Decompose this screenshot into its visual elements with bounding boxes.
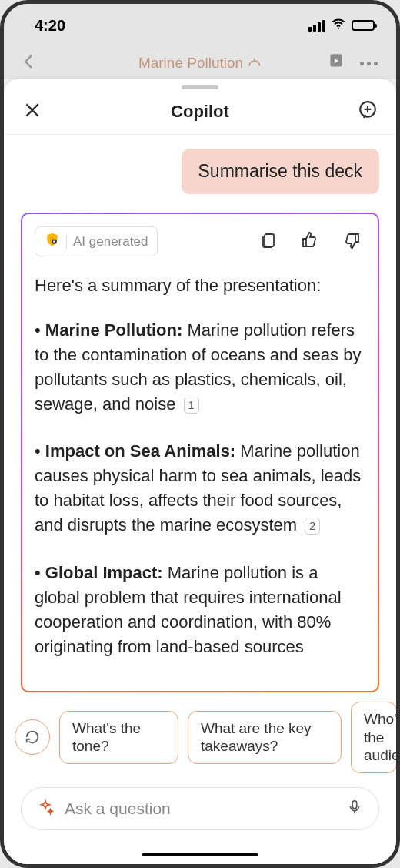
copy-icon[interactable] (259, 231, 278, 253)
chat-area: Summarise this deck AI generated (4, 135, 396, 692)
sparkle-icon (37, 799, 54, 819)
suggestion-chip[interactable]: What's the tone? (59, 711, 178, 765)
status-bar: 4:20 (4, 4, 396, 47)
app-title: Marine Pollution (138, 55, 262, 72)
close-icon[interactable] (22, 100, 42, 123)
ai-response-content: Here's a summary of the presentation: • … (35, 273, 365, 682)
summary-bullet: • Global Impact: Marine pollution is a g… (35, 561, 365, 659)
svg-rect-4 (265, 234, 274, 246)
summary-bullet: • Impact on Sea Animals: Marine pollutio… (35, 439, 365, 538)
microphone-icon[interactable] (346, 799, 363, 819)
app-header: Marine Pollution (4, 47, 396, 79)
suggestion-chip[interactable]: What are the key takeaways? (188, 711, 342, 765)
shield-icon (45, 232, 60, 251)
status-indicators (308, 16, 375, 35)
suggestion-chip[interactable]: Who's the audience? (351, 702, 396, 773)
input-bar[interactable]: Ask a question (21, 787, 379, 830)
content-fade (35, 652, 365, 682)
reference-chip[interactable]: 2 (305, 518, 320, 535)
presenter-icon[interactable] (326, 52, 346, 75)
sheet-title: Copilot (171, 102, 229, 122)
input-placeholder: Ask a question (65, 799, 335, 818)
battery-icon (352, 20, 375, 31)
ai-response-card: AI generated He (21, 213, 379, 692)
summary-bullet: • Marine Pollution: Marine pollution ref… (35, 318, 365, 417)
svg-rect-5 (352, 801, 357, 809)
ai-badge-label: AI generated (73, 234, 148, 250)
thumbs-down-icon[interactable] (342, 231, 361, 253)
status-time: 4:20 (35, 17, 65, 35)
back-icon[interactable] (22, 52, 35, 74)
copilot-sheet: Copilot Summarise this deck AI generated (4, 79, 396, 864)
svg-rect-3 (53, 241, 55, 243)
sheet-handle[interactable] (182, 85, 218, 89)
user-message: Summarise this deck (182, 149, 379, 194)
refresh-suggestions-button[interactable] (15, 719, 50, 755)
ai-generated-badge: AI generated (35, 226, 158, 256)
suggestions-row: What's the tone? What are the key takeaw… (4, 692, 396, 784)
svg-point-0 (338, 27, 339, 28)
wifi-icon (331, 16, 346, 35)
new-chat-icon[interactable] (358, 100, 378, 123)
cellular-signal-icon (308, 20, 325, 32)
thumbs-up-icon[interactable] (301, 231, 319, 253)
summary-intro: Here's a summary of the presentation: (35, 273, 365, 298)
reference-chip[interactable]: 1 (184, 397, 199, 414)
more-icon[interactable] (360, 62, 378, 65)
home-indicator[interactable] (142, 853, 258, 856)
